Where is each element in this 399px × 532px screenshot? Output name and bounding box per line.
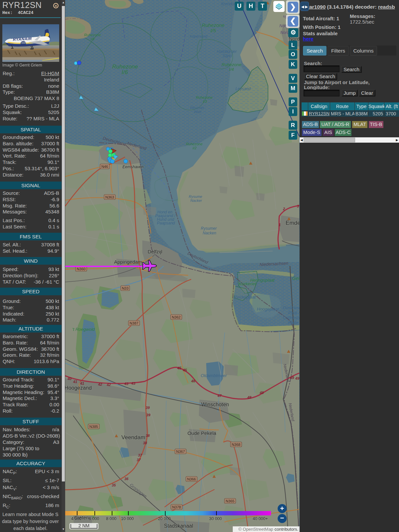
svg-text:N46: N46 bbox=[101, 165, 108, 169]
svg-text:45: 45 bbox=[177, 366, 182, 370]
svg-text:38: 38 bbox=[146, 434, 150, 438]
svg-text:43: 43 bbox=[124, 382, 128, 386]
svg-text:45: 45 bbox=[183, 368, 187, 372]
svg-text:35: 35 bbox=[112, 483, 116, 487]
svg-text:2: 2 bbox=[283, 207, 285, 211]
svg-text:Rysumer: Rysumer bbox=[201, 226, 217, 231]
svg-text:37: 37 bbox=[138, 453, 142, 457]
svg-text:N362: N362 bbox=[172, 315, 181, 319]
svg-text:Hoogezand: Hoogezand bbox=[65, 385, 92, 391]
svg-text:N367: N367 bbox=[176, 450, 185, 454]
svg-text:39: 39 bbox=[146, 406, 150, 410]
svg-text:N360: N360 bbox=[77, 267, 85, 271]
svg-text:N363: N363 bbox=[105, 195, 114, 199]
svg-text:1: 1 bbox=[279, 223, 281, 227]
svg-text:47: 47 bbox=[217, 394, 222, 398]
svg-text:I/5: I/5 bbox=[210, 28, 216, 33]
svg-text:Oldambtmeer: Oldambtmeer bbox=[201, 373, 227, 378]
svg-text:37: 37 bbox=[137, 458, 141, 462]
svg-text:Watt: Watt bbox=[194, 110, 201, 114]
svg-text:Hamburger: Hamburger bbox=[217, 49, 237, 54]
svg-text:41: 41 bbox=[73, 380, 77, 384]
svg-text:Geis: Geis bbox=[292, 276, 300, 281]
svg-text:38: 38 bbox=[143, 441, 147, 445]
svg-text:Veendam: Veendam bbox=[121, 434, 145, 441]
svg-text:Ruhezone: Ruhezone bbox=[186, 142, 202, 146]
svg-text:3: 3 bbox=[297, 204, 299, 208]
svg-text:Nord: Nord bbox=[280, 30, 289, 35]
svg-text:N33: N33 bbox=[122, 286, 128, 290]
svg-text:N387: N387 bbox=[130, 321, 138, 325]
svg-text:39: 39 bbox=[146, 413, 151, 417]
svg-text:N378: N378 bbox=[172, 505, 181, 509]
svg-text:Rysume: Rysume bbox=[189, 195, 202, 199]
svg-text:Winschoten: Winschoten bbox=[201, 402, 229, 407]
svg-text:Ruhezone: Ruhezone bbox=[84, 33, 101, 37]
svg-text:I/6: I/6 bbox=[122, 69, 128, 75]
svg-text:40: 40 bbox=[67, 377, 72, 381]
svg-text:Leysand: Leysand bbox=[235, 86, 251, 91]
svg-text:Pilsumer: Pilsumer bbox=[190, 106, 205, 110]
svg-text:Emden: Emden bbox=[286, 220, 300, 226]
svg-text:N366: N366 bbox=[187, 477, 196, 481]
svg-text:N385: N385 bbox=[89, 425, 98, 429]
svg-text:Plaat /: Plaat / bbox=[288, 311, 300, 315]
svg-text:Nacker: Nacker bbox=[191, 199, 202, 202]
svg-text:I/3: I/3 bbox=[203, 99, 207, 103]
svg-text:Sand: Sand bbox=[223, 54, 232, 58]
svg-text:RYANAIR: RYANAIR bbox=[13, 36, 32, 42]
svg-text:Oostfriese: Oostfriese bbox=[283, 306, 300, 310]
svg-text:N368: N368 bbox=[232, 443, 240, 447]
svg-text:36: 36 bbox=[124, 477, 129, 481]
svg-text:Ostfriesisc: Ostfriesisc bbox=[283, 316, 300, 320]
svg-text:Eemshaven: Eemshaven bbox=[122, 165, 144, 169]
svg-text:Heringsplaat: Heringsplaat bbox=[250, 278, 275, 283]
svg-text:Ruhezone: Ruhezone bbox=[202, 22, 224, 28]
svg-text:Oude Pekela: Oude Pekela bbox=[188, 430, 216, 436]
svg-text:48: 48 bbox=[259, 391, 264, 395]
svg-text:Paapsand: Paapsand bbox=[157, 221, 175, 225]
svg-text:42: 42 bbox=[106, 383, 111, 387]
svg-text:'t Roegwold: 't Roegwold bbox=[72, 327, 95, 332]
svg-text:Kopersand: Kopersand bbox=[190, 34, 207, 38]
svg-text:Ruhezone: Ruhezone bbox=[221, 62, 241, 67]
svg-text:I/2: I/2 bbox=[193, 146, 197, 150]
svg-text:43: 43 bbox=[131, 381, 135, 385]
svg-text:49: 49 bbox=[295, 376, 300, 380]
svg-text:Ruhezone: Ruhezone bbox=[196, 95, 212, 99]
svg-text:I/4: I/4 bbox=[229, 67, 234, 72]
svg-text:Stadskanaal: Stadskanaal bbox=[164, 523, 193, 529]
svg-text:Delfzijl: Delfzijl bbox=[148, 249, 162, 254]
svg-text:46: 46 bbox=[191, 379, 196, 383]
svg-text:48: 48 bbox=[247, 395, 252, 399]
svg-text:42: 42 bbox=[98, 382, 102, 386]
svg-text:Nacken: Nacken bbox=[203, 231, 216, 235]
svg-text:Appingedam: Appingedam bbox=[114, 259, 142, 265]
svg-text:Platte: Platte bbox=[288, 321, 299, 325]
svg-text:Hoogeplaat: Hoogeplaat bbox=[257, 307, 280, 312]
svg-text:I/8: I/8 bbox=[90, 37, 95, 41]
svg-text:Reiderplaat: Reiderplaat bbox=[234, 295, 256, 300]
svg-text:N365: N365 bbox=[226, 499, 234, 503]
